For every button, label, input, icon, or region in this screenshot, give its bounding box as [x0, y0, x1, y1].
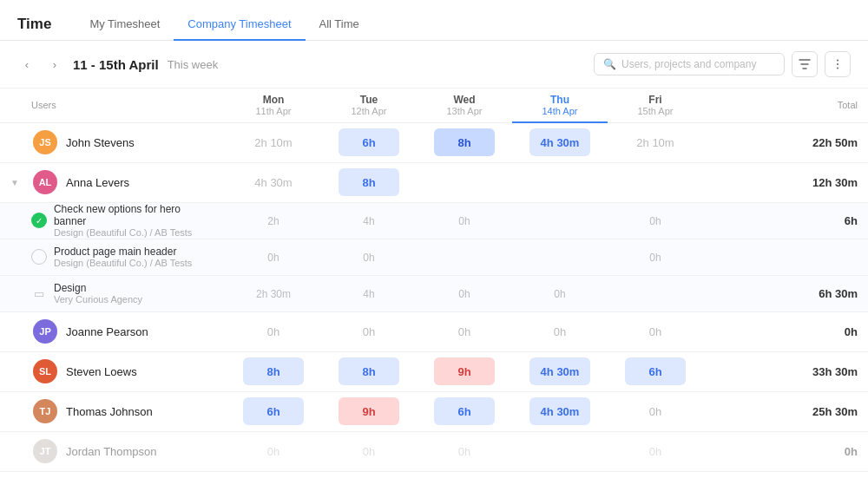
top-bar: Time My Timesheet Company Timesheet All … — [0, 0, 868, 41]
total-cell: 33h 30m — [703, 351, 868, 391]
total-cell: 0h — [703, 311, 868, 351]
table-row: JP Joanne Pearson 0h0h0h0h0h 0h — [0, 311, 868, 351]
day-cell: 0h — [321, 431, 417, 471]
task-icon-circle — [31, 249, 47, 265]
subtask-day-cell — [608, 275, 703, 311]
filter-button[interactable] — [792, 51, 818, 77]
subtask-row: ▭ Design Very Curious Agency 2h 30m4h0h0… — [0, 275, 868, 311]
date-range: 11 - 15th April — [73, 57, 159, 72]
subtask-total: 6h 30m — [703, 275, 868, 311]
user-name: Anna Levers — [66, 176, 129, 189]
svg-point-1 — [837, 63, 838, 65]
total-cell: 12h 30m — [703, 162, 868, 202]
prev-arrow[interactable]: ‹ — [17, 55, 36, 74]
task-icon-check: ✓ — [31, 213, 47, 228]
subtask-day-cell — [417, 239, 512, 275]
user-cell: JS John Stevens — [0, 122, 226, 162]
task-meta: Design (Beautiful Co.) / AB Tests — [54, 258, 192, 268]
timesheet-table: Users Mon 11th Apr Tue 12th Apr Wed 13th… — [0, 88, 868, 472]
day-cell: 6h — [226, 391, 321, 431]
subtask-row: ✓ Check new options for hero banner Desi… — [0, 202, 868, 239]
day-cell: 0h — [608, 431, 703, 471]
col-header-users: Users — [0, 88, 226, 122]
day-cell: 6h — [417, 391, 512, 431]
subtask-day-cell: 0h — [512, 275, 608, 311]
subtask-day-cell: 2h — [226, 202, 321, 239]
task-cell: ✓ Check new options for hero banner Desi… — [0, 202, 226, 239]
user-name: Joanne Pearson — [66, 325, 148, 338]
next-arrow[interactable]: › — [45, 55, 64, 74]
day-cell: 0h — [226, 311, 321, 351]
subtask-day-cell: 2h 30m — [226, 275, 321, 311]
subtask-day-cell: 0h — [321, 239, 417, 275]
user-cell: JT Jordan Thompson — [0, 431, 226, 471]
expand-icon[interactable] — [10, 327, 24, 337]
more-options-button[interactable] — [825, 51, 851, 77]
expand-icon[interactable] — [10, 407, 24, 416]
total-cell: 25h 30m — [703, 391, 868, 431]
col-header-thu: Thu 14th Apr — [512, 88, 608, 122]
toolbar-right: 🔍 Users, projects and company — [594, 51, 851, 77]
day-cell — [512, 431, 608, 471]
svg-point-2 — [837, 68, 838, 69]
subtask-day-cell: 0h — [417, 202, 512, 239]
subtask-row: Product page main header Design (Beautif… — [0, 239, 868, 275]
day-cell: 6h — [608, 351, 703, 391]
search-box[interactable]: 🔍 Users, projects and company — [594, 53, 785, 75]
user-name: Jordan Thompson — [66, 445, 157, 458]
total-cell: 22h 50m — [703, 122, 868, 162]
user-name: Steven Loews — [66, 365, 137, 378]
user-cell: SL Steven Loews — [0, 351, 226, 391]
task-meta: Design (Beautiful Co.) / AB Tests — [54, 227, 215, 238]
subtask-day-cell: 4h — [321, 202, 417, 239]
day-cell: 4h 30m — [512, 391, 608, 431]
expand-icon[interactable]: ▼ — [10, 178, 24, 187]
col-header-fri: Fri 15th Apr — [608, 88, 703, 122]
task-cell: Product page main header Design (Beautif… — [0, 239, 226, 275]
svg-point-0 — [837, 60, 838, 62]
user-cell: TJ Thomas Johnson — [0, 391, 226, 431]
table-row: SL Steven Loews 8h8h9h4h 30m6h 33h 30m — [0, 351, 868, 391]
day-cell — [608, 162, 703, 202]
expand-icon[interactable] — [10, 138, 24, 147]
subtask-day-cell — [512, 202, 608, 239]
day-cell: 0h — [226, 431, 321, 471]
total-cell: 0h — [703, 431, 868, 471]
avatar: TJ — [33, 399, 57, 423]
day-cell — [512, 162, 608, 202]
user-cell: JP Joanne Pearson — [0, 311, 226, 351]
tab-my-timesheet[interactable]: My Timesheet — [76, 9, 174, 41]
day-cell: 9h — [417, 351, 512, 391]
subtask-day-cell: 0h — [608, 239, 703, 275]
day-cell: 6h — [321, 122, 417, 162]
tab-all-time[interactable]: All Time — [306, 9, 373, 41]
day-cell: 0h — [512, 311, 608, 351]
table-row: JT Jordan Thompson 0h0h0h0h 0h — [0, 431, 868, 471]
tab-bar: My Timesheet Company Timesheet All Time — [76, 9, 372, 40]
day-cell: 0h — [417, 431, 512, 471]
expand-icon[interactable] — [10, 447, 24, 456]
subtask-day-cell — [512, 239, 608, 275]
day-cell: 2h 10m — [226, 122, 321, 162]
day-cell: 9h — [321, 391, 417, 431]
task-name: Product page main header — [54, 246, 192, 258]
user-name: Thomas Johnson — [66, 405, 153, 418]
day-cell: 0h — [608, 311, 703, 351]
task-meta: Very Curious Agency — [54, 294, 142, 305]
table-row: JS John Stevens 2h 10m6h8h4h 30m2h 10m 2… — [0, 122, 868, 162]
col-header-total: Total — [703, 88, 868, 122]
app-title: Time — [17, 16, 51, 33]
day-cell: 4h 30m — [512, 122, 608, 162]
subtask-day-cell: 4h — [321, 275, 417, 311]
toolbar-left: ‹ › 11 - 15th April This week — [17, 55, 218, 74]
task-icon-folder: ▭ — [31, 285, 47, 301]
table-row: ▼ AL Anna Levers 4h 30m8h 12h 30m — [0, 162, 868, 202]
expand-icon[interactable] — [10, 367, 24, 377]
search-placeholder: Users, projects and company — [621, 58, 756, 70]
subtask-day-cell: 0h — [226, 239, 321, 275]
tab-company-timesheet[interactable]: Company Timesheet — [174, 9, 305, 41]
col-header-tue: Tue 12th Apr — [321, 88, 417, 122]
day-cell: 4h 30m — [226, 162, 321, 202]
subtask-total — [703, 239, 868, 275]
subtask-day-cell: 0h — [608, 202, 703, 239]
